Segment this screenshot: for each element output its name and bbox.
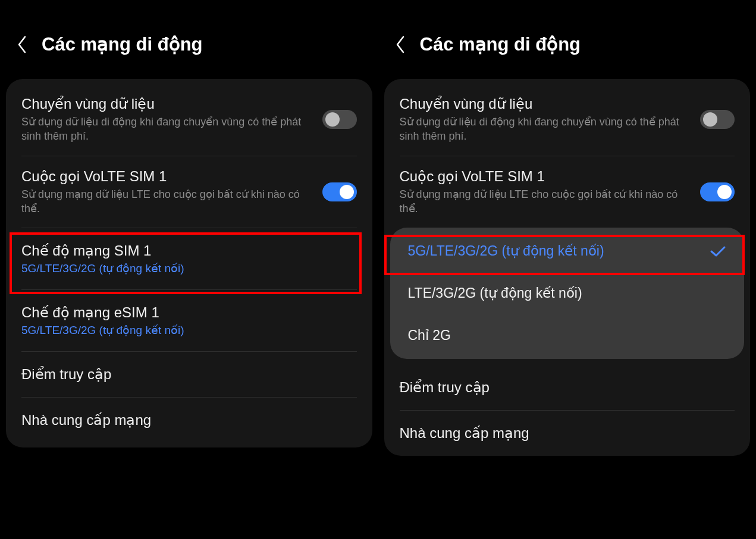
carrier-row[interactable]: Nhà cung cấp mạng xyxy=(6,398,372,443)
carrier-title: Nhà cung cấp mạng xyxy=(21,412,151,428)
roaming-title: Chuyển vùng dữ liệu xyxy=(21,96,313,112)
network-mode-esim1-value: 5G/LTE/3G/2G (tự động kết nối) xyxy=(21,323,347,337)
header: Các mạng di động xyxy=(6,5,372,79)
dropdown-option-label: LTE/3G/2G (tự động kết nối) xyxy=(408,285,582,301)
roaming-title: Chuyển vùng dữ liệu xyxy=(400,96,691,112)
chevron-left-icon xyxy=(394,34,406,55)
apn-row[interactable]: Điểm truy cập xyxy=(384,365,751,410)
dropdown-option-label: 5G/LTE/3G/2G (tự động kết nối) xyxy=(408,243,604,259)
apn-title: Điểm truy cập xyxy=(21,366,111,383)
volte-toggle[interactable] xyxy=(322,182,357,201)
volte-row[interactable]: Cuộc gọi VoLTE SIM 1 Sử dụng mạng dữ liệ… xyxy=(6,156,372,228)
carrier-row[interactable]: Nhà cung cấp mạng xyxy=(384,411,751,456)
volte-desc: Sử dụng mạng dữ liệu LTE cho cuộc gọi bấ… xyxy=(21,187,313,216)
roaming-toggle[interactable] xyxy=(322,110,357,129)
page-title: Các mạng di động xyxy=(420,33,581,55)
volte-toggle[interactable] xyxy=(700,182,735,201)
roaming-row[interactable]: Chuyển vùng dữ liệu Sử dụng dữ liệu di đ… xyxy=(384,84,751,156)
chevron-left-icon xyxy=(15,34,27,55)
settings-panel: Chuyển vùng dữ liệu Sử dụng dữ liệu di đ… xyxy=(6,79,372,447)
screen-left: Các mạng di động Chuyển vùng dữ liệu Sử … xyxy=(0,0,378,539)
back-button[interactable] xyxy=(15,34,27,55)
screen-right: Các mạng di động Chuyển vùng dữ liệu Sử … xyxy=(378,0,757,539)
carrier-title: Nhà cung cấp mạng xyxy=(400,425,529,442)
apn-row[interactable]: Điểm truy cập xyxy=(6,352,372,397)
settings-panel: Chuyển vùng dữ liệu Sử dụng dữ liệu di đ… xyxy=(384,79,751,456)
roaming-desc: Sử dụng dữ liệu di động khi đang chuyển … xyxy=(400,115,691,144)
roaming-toggle[interactable] xyxy=(700,110,735,129)
volte-title: Cuộc gọi VoLTE SIM 1 xyxy=(21,168,313,185)
volte-desc: Sử dụng mạng dữ liệu LTE cho cuộc gọi bấ… xyxy=(400,187,691,216)
roaming-desc: Sử dụng dữ liệu di động khi đang chuyển … xyxy=(21,115,313,144)
dropdown-option-label: Chỉ 2G xyxy=(408,327,451,343)
dropdown-option-2g[interactable]: Chỉ 2G xyxy=(390,314,745,357)
network-mode-esim1-title: Chế độ mạng eSIM 1 xyxy=(21,304,347,321)
apn-title: Điểm truy cập xyxy=(400,379,490,396)
network-mode-dropdown: 5G/LTE/3G/2G (tự động kết nối) LTE/3G/2G… xyxy=(390,228,745,359)
network-mode-sim1-row[interactable]: Chế độ mạng SIM 1 5G/LTE/3G/2G (tự động … xyxy=(6,228,372,289)
dropdown-option-5g[interactable]: 5G/LTE/3G/2G (tự động kết nối) xyxy=(390,230,745,272)
network-mode-sim1-title: Chế độ mạng SIM 1 xyxy=(21,242,347,259)
dropdown-option-lte[interactable]: LTE/3G/2G (tự động kết nối) xyxy=(390,272,745,314)
volte-row[interactable]: Cuộc gọi VoLTE SIM 1 Sử dụng mạng dữ liệ… xyxy=(384,156,751,228)
header: Các mạng di động xyxy=(384,5,751,79)
back-button[interactable] xyxy=(394,34,406,55)
check-icon xyxy=(710,245,726,257)
network-mode-esim1-row[interactable]: Chế độ mạng eSIM 1 5G/LTE/3G/2G (tự động… xyxy=(6,290,372,351)
roaming-row[interactable]: Chuyển vùng dữ liệu Sử dụng dữ liệu di đ… xyxy=(6,84,372,156)
network-mode-sim1-value: 5G/LTE/3G/2G (tự động kết nối) xyxy=(21,261,347,275)
volte-title: Cuộc gọi VoLTE SIM 1 xyxy=(400,168,691,185)
page-title: Các mạng di động xyxy=(42,33,203,55)
